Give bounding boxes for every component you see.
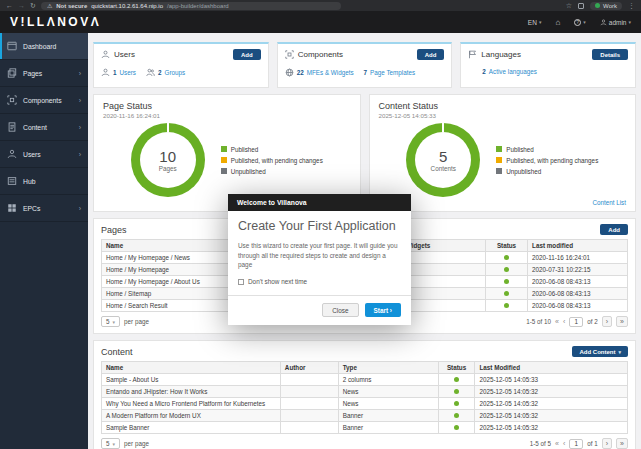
sidebar-item-content[interactable]: Content › [0,114,88,141]
browser-toolbar: ← → ↻ ⚠ Not secure quickstart.10.2.61.64… [0,0,641,11]
modal-title: Create Your First Application [238,219,401,235]
first-page-icon[interactable]: « [555,318,559,325]
content-list-link[interactable]: Content List [592,199,626,206]
of-pages-label: of 1 [587,440,598,447]
globe-icon [285,68,294,77]
browser-actions: ☆ Work ⋮ [566,2,635,10]
per-page-select[interactable]: 5▾ [101,316,120,327]
donut-value: 5 [439,148,447,165]
chevron-right-icon: › [79,70,81,77]
col-header-modified[interactable]: Last modified [528,240,628,252]
reload-icon[interactable]: ↻ [30,2,36,9]
col-header-author[interactable]: Author [280,362,338,374]
profile-name: Work [603,3,617,9]
help-menu[interactable]: ? ▾ [574,19,586,26]
back-icon[interactable]: ← [6,2,13,9]
sidebar-item-components[interactable]: Components › [0,87,88,114]
dont-show-checkbox[interactable] [238,279,244,285]
last-page-icon[interactable]: » [616,438,628,449]
table-row[interactable]: A Modern Platform for Modern UXBanner202… [102,410,628,422]
sidebar: Dashboard Pages › Components › Content ›… [0,33,88,449]
unpublished-swatch [496,168,502,174]
hub-icon [7,176,17,186]
col-header-status[interactable]: Status [438,362,475,374]
modal-body-text: Use this wizard to create your first pag… [238,241,401,271]
chevron-down-icon: ▾ [539,19,542,25]
language-selector[interactable]: EN ▾ [528,19,542,26]
browser-menu-icon[interactable]: ⋮ [628,2,635,10]
users-count-link[interactable]: 1 Users [101,68,136,77]
status-dot [504,267,509,272]
col-header-widgets[interactable]: Widgets [401,240,485,252]
address-bar[interactable]: ⚠ Not secure quickstart.10.2.61.64.nip.i… [41,2,341,10]
table-row[interactable]: Entando and JHipster: How It WorksNews20… [102,386,628,398]
published-swatch [221,146,227,152]
table-row[interactable]: Sample BannerBanner2025-12-05 14:05:32 [102,422,628,434]
prev-page-icon[interactable]: ‹ [563,440,565,447]
status-dot [454,401,459,406]
col-header-modified[interactable]: Last Modified [475,362,628,374]
home-button[interactable]: ⌂ [555,18,560,27]
chevron-down-icon: ▾ [113,319,116,325]
status-dot [454,377,459,382]
browser-profile[interactable]: Work [590,2,622,10]
pages-icon [7,68,17,78]
add-content-button[interactable]: Add Content▾ [572,346,628,357]
donut-unit: Pages [159,165,177,172]
sidebar-item-epcs[interactable]: EPCs › [0,195,88,222]
chevron-down-icon: ▾ [618,349,621,355]
page-number-input[interactable] [569,439,583,449]
unpublished-swatch [221,168,227,174]
components-card: Components Add 22 MFEs & Widgets 7 Page … [277,42,453,88]
per-page-select[interactable]: 5▾ [101,438,120,449]
sidebar-item-users[interactable]: Users › [0,141,88,168]
chevron-down-icon: ▾ [113,441,116,447]
page-templates-link[interactable]: 7 Page Templates [364,69,416,76]
close-button[interactable]: Close [322,303,358,317]
last-page-icon[interactable]: » [616,316,628,327]
extensions-icon[interactable] [578,3,584,9]
user-icon [600,19,607,26]
col-header-status[interactable]: Status [485,240,527,252]
active-languages-link[interactable]: 2 Active languages [482,68,536,75]
table-row[interactable]: Sample - About Us2 columns2025-12-05 14:… [102,374,628,386]
next-page-icon[interactable]: › [602,438,612,449]
checkbox-label: Don't show next time [248,278,307,285]
sidebar-item-pages[interactable]: Pages › [0,60,88,87]
user-icon [101,50,110,59]
forward-icon[interactable]: → [18,2,25,9]
content-pagination: 5▾ per page 1-5 of 5 « ‹ of 1 › » [101,438,628,449]
prev-page-icon[interactable]: ‹ [563,318,565,325]
first-page-icon[interactable]: « [555,440,559,447]
bookmark-icon[interactable]: ☆ [566,2,572,10]
range-label: 1-5 of 5 [530,440,551,447]
mfes-widgets-link[interactable]: 22 MFEs & Widgets [285,68,354,77]
components-icon [7,95,17,105]
page-number-input[interactable] [569,317,583,327]
content-section: Content Add Content▾ Name Author Type St… [93,340,636,449]
add-user-button[interactable]: Add [233,49,261,60]
sidebar-item-dashboard[interactable]: Dashboard [0,33,88,60]
donut-unit: Contents [431,165,456,172]
content-icon [7,122,17,132]
col-header-name[interactable]: Name [102,362,281,374]
col-header-type[interactable]: Type [338,362,438,374]
status-dot [504,303,509,308]
user-icon [101,68,110,77]
dashboard-icon [7,41,17,51]
add-page-button[interactable]: Add [600,224,628,235]
sidebar-item-hub[interactable]: Hub [0,168,88,195]
users-card: Users Add 1 Users 2 Groups [93,42,269,88]
user-menu[interactable]: admin ▾ [600,19,631,26]
timestamp: 2020-11-16 16:24:01 [103,112,351,119]
table-row[interactable]: Why You Need a Micro Frontend Platform f… [102,398,628,410]
language-label: EN [528,19,537,26]
languages-details-button[interactable]: Details [592,49,628,60]
start-button[interactable]: Start › [365,303,401,317]
content-table: Name Author Type Status Last Modified Sa… [101,361,628,434]
groups-count-link[interactable]: 2 Groups [146,68,185,77]
add-component-button[interactable]: Add [417,49,445,60]
timestamp: 2025-12-05 14:05:33 [379,112,627,119]
header-actions: EN ▾ ⌂ ? ▾ admin ▾ [528,18,631,27]
next-page-icon[interactable]: › [602,316,612,327]
